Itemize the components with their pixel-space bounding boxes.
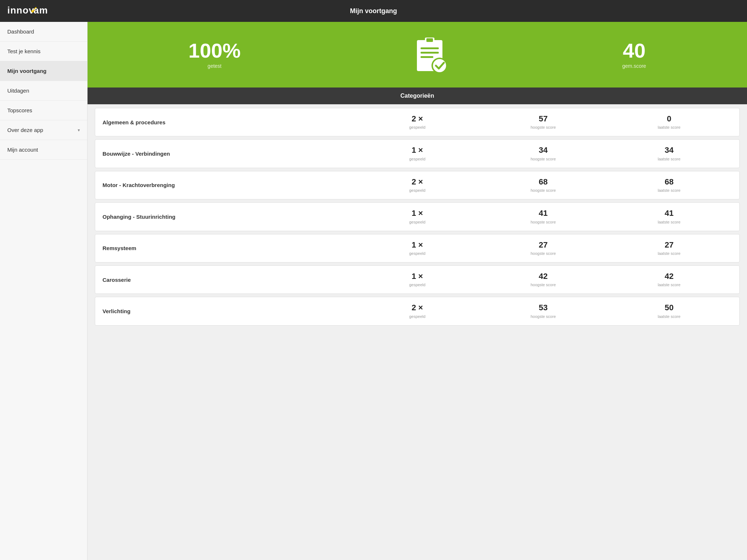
laatste-label: laatste score	[658, 314, 680, 319]
stat-gespeeld: 1 × gespeeld	[354, 240, 480, 256]
stat-gespeeld: 2 × gespeeld	[354, 303, 480, 319]
stat-hoogste: 57 hoogste score	[480, 114, 606, 130]
laatste-value: 50	[606, 303, 732, 312]
stat-laatste: 42 laatste score	[606, 272, 732, 288]
stat-gespeeld: 2 × gespeeld	[354, 114, 480, 130]
hoogste-label: hoogste score	[531, 283, 556, 287]
hoogste-value: 53	[480, 303, 606, 312]
category-name: Bouwwijze - Verbindingen	[102, 151, 354, 157]
hoogste-value: 41	[480, 209, 606, 218]
sidebar-item-mijn-voortgang[interactable]: Mijn voortgang	[0, 61, 87, 81]
category-name: Carosserie	[102, 277, 354, 283]
stat-hoogste: 34 hoogste score	[480, 145, 606, 162]
sidebar-item-uitdagen[interactable]: Uitdagen	[0, 81, 87, 101]
gespeeld-value: 1 ×	[354, 145, 480, 155]
content-area: 100% getest	[88, 22, 747, 560]
gespeeld-label: gespeeld	[409, 220, 426, 224]
categories-header: Categorieën	[88, 88, 747, 104]
category-name: Remsysteem	[102, 245, 354, 251]
stat-hoogste: 68 hoogste score	[480, 177, 606, 193]
stat-hoogste: 27 hoogste score	[480, 240, 606, 256]
percentage-value: 100%	[189, 40, 241, 61]
stat-laatste: 0 laatste score	[606, 114, 732, 130]
categories-list: Algemeen & procedures 2 × gespeeld 57 ho…	[88, 104, 747, 332]
table-row: Carosserie 1 × gespeeld 42 hoogste score…	[95, 265, 740, 294]
hoogste-label: hoogste score	[531, 314, 556, 319]
svg-rect-7	[421, 52, 439, 54]
gespeeld-label: gespeeld	[409, 188, 426, 192]
laatste-label: laatste score	[658, 283, 680, 287]
clipboard-icon	[413, 35, 450, 75]
hoogste-label: hoogste score	[531, 220, 556, 224]
category-name: Ophanging - Stuurinrichting	[102, 214, 354, 220]
laatste-value: 0	[606, 114, 732, 124]
table-row: Remsysteem 1 × gespeeld 27 hoogste score…	[95, 234, 740, 262]
table-row: Algemeen & procedures 2 × gespeeld 57 ho…	[95, 108, 740, 136]
sidebar-item-topscores[interactable]: Topscores	[0, 101, 87, 120]
logo: innov ✓ am	[7, 3, 51, 19]
stat-laatste: 34 laatste score	[606, 145, 732, 162]
svg-point-10	[433, 59, 446, 72]
logo-text: innov ✓ am	[7, 3, 51, 19]
stat-gespeeld: 1 × gespeeld	[354, 209, 480, 225]
category-name: Algemeen & procedures	[102, 119, 354, 125]
svg-rect-5	[426, 38, 433, 42]
gespeeld-label: gespeeld	[409, 157, 426, 161]
table-row: Motor - Krachtoverbrenging 2 × gespeeld …	[95, 171, 740, 199]
gespeeld-value: 1 ×	[354, 272, 480, 281]
stat-hoogste: 41 hoogste score	[480, 209, 606, 225]
stat-laatste: 50 laatste score	[606, 303, 732, 319]
gespeeld-label: gespeeld	[409, 283, 426, 287]
laatste-label: laatste score	[658, 157, 680, 161]
stat-gespeeld: 1 × gespeeld	[354, 272, 480, 288]
category-name: Motor - Krachtoverbrenging	[102, 182, 354, 188]
gespeeld-label: gespeeld	[409, 125, 426, 129]
laatste-label: laatste score	[658, 220, 680, 224]
main-layout: DashboardTest je kennisMijn voortgangUit…	[0, 22, 747, 560]
header: innov ✓ am Mijn voortgang	[0, 0, 747, 22]
laatste-value: 27	[606, 240, 732, 250]
hoogste-label: hoogste score	[531, 251, 556, 256]
laatste-value: 68	[606, 177, 732, 187]
laatste-label: laatste score	[658, 251, 680, 256]
gespeeld-value: 1 ×	[354, 240, 480, 250]
hoogste-label: hoogste score	[531, 125, 556, 129]
sidebar-item-over-deze-app[interactable]: Over deze app▾	[0, 120, 87, 140]
gespeeld-value: 2 ×	[354, 114, 480, 124]
laatste-value: 41	[606, 209, 732, 218]
sidebar-item-dashboard[interactable]: Dashboard	[0, 22, 87, 42]
laatste-label: laatste score	[658, 188, 680, 192]
stat-percentage: 100% getest	[189, 40, 241, 69]
hoogste-value: 27	[480, 240, 606, 250]
chevron-down-icon: ▾	[78, 128, 80, 133]
svg-text:am: am	[34, 5, 48, 16]
stat-hoogste: 53 hoogste score	[480, 303, 606, 319]
stat-laatste: 27 laatste score	[606, 240, 732, 256]
gespeeld-label: gespeeld	[409, 251, 426, 256]
svg-rect-8	[421, 56, 433, 58]
hoogste-value: 42	[480, 272, 606, 281]
header-title: Mijn voortgang	[350, 7, 397, 15]
sidebar-item-mijn-account[interactable]: Mijn account	[0, 140, 87, 160]
table-row: Verlichting 2 × gespeeld 53 hoogste scor…	[95, 297, 740, 325]
gespeeld-value: 1 ×	[354, 209, 480, 218]
stat-gespeeld: 1 × gespeeld	[354, 145, 480, 162]
gespeeld-label: gespeeld	[409, 314, 426, 319]
score-value: 40	[622, 40, 646, 61]
hoogste-label: hoogste score	[531, 157, 556, 161]
laatste-label: laatste score	[658, 125, 680, 129]
percentage-label: getest	[189, 63, 241, 69]
sidebar-item-test-je-kennis[interactable]: Test je kennis	[0, 42, 87, 61]
hoogste-value: 34	[480, 145, 606, 155]
stat-laatste: 41 laatste score	[606, 209, 732, 225]
stats-banner: 100% getest	[88, 22, 747, 88]
category-name: Verlichting	[102, 308, 354, 314]
hoogste-label: hoogste score	[531, 188, 556, 192]
hoogste-value: 57	[480, 114, 606, 124]
laatste-value: 34	[606, 145, 732, 155]
gespeeld-value: 2 ×	[354, 177, 480, 187]
score-label: gem.score	[622, 63, 646, 69]
hoogste-value: 68	[480, 177, 606, 187]
svg-rect-6	[421, 47, 439, 49]
table-row: Ophanging - Stuurinrichting 1 × gespeeld…	[95, 202, 740, 231]
